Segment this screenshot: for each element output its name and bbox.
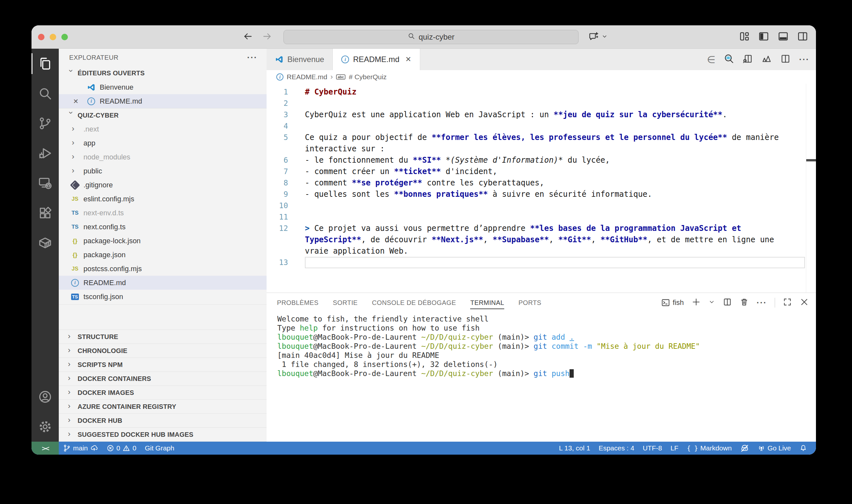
sidebar-section-header[interactable]: › SUGGESTED DOCKER HUB IMAGES <box>59 428 267 442</box>
close-panel-icon[interactable] <box>800 298 809 308</box>
account-icon[interactable] <box>32 382 59 412</box>
epsilon-icon[interactable]: ∈ <box>707 54 715 65</box>
source-control-icon[interactable] <box>32 108 59 138</box>
file-tree-item[interactable]: i README.md <box>59 276 267 290</box>
panel-tab[interactable]: SORTIE <box>333 293 358 312</box>
sidebar-section-header[interactable]: › STRUCTURE <box>59 330 267 344</box>
chevron-down-icon[interactable] <box>601 33 608 41</box>
sidebar-section-header[interactable]: › DOCKER IMAGES <box>59 386 267 400</box>
explorer-icon[interactable] <box>32 49 59 78</box>
zoom-window-button[interactable] <box>61 34 68 40</box>
cursor-position-status[interactable]: L 13, col 1 <box>555 442 595 455</box>
file-tree-item[interactable]: TS next-env.d.ts <box>59 206 267 220</box>
code-line: 12 > Ce projet va aussi vous permettre d… <box>267 223 816 234</box>
panel-tab[interactable]: PORTS <box>519 293 542 312</box>
copilot-disabled-icon[interactable] <box>736 442 753 455</box>
terminal-dropdown-icon[interactable] <box>708 299 715 307</box>
split-editor-icon[interactable] <box>780 54 791 65</box>
sidebar-section-header[interactable]: › CHRONOLOGIE <box>59 344 267 358</box>
triangles-icon[interactable] <box>761 54 772 65</box>
code-line: 2 <box>267 98 816 109</box>
file-tree-item[interactable]: › app <box>59 136 267 150</box>
command-center-search[interactable]: quiz-cyber <box>284 30 579 44</box>
code-line: interactive sur : <box>267 143 816 155</box>
react-devtools-search-icon[interactable] <box>724 54 734 65</box>
indentation-status[interactable]: Espaces : 4 <box>595 442 639 455</box>
new-terminal-icon[interactable] <box>692 298 701 308</box>
file-tree-item[interactable]: TS tsconfig.json <box>59 290 267 304</box>
search-icon[interactable] <box>32 78 59 108</box>
docker-icon[interactable] <box>32 228 59 258</box>
code-line: TypeScript**, de découvrir **Next.js**, … <box>267 234 816 246</box>
remote-explorer-icon[interactable] <box>32 168 59 198</box>
customize-layout-icon[interactable] <box>739 31 750 43</box>
file-tree-item[interactable]: JS postcss.config.mjs <box>59 262 267 276</box>
notifications-bell-icon[interactable] <box>795 442 811 455</box>
terminal-more-icon[interactable]: ··· <box>757 298 767 308</box>
sidebar-section-header[interactable]: › SCRIPTS NPM <box>59 358 267 372</box>
file-tree-item[interactable]: › node_modules <box>59 150 267 164</box>
kill-terminal-icon[interactable] <box>740 298 749 308</box>
settings-gear-icon[interactable] <box>32 412 59 442</box>
branch-status[interactable]: main <box>59 442 102 455</box>
forward-icon[interactable] <box>262 31 272 43</box>
eol-status[interactable]: LF <box>666 442 683 455</box>
maximize-panel-icon[interactable] <box>783 298 792 308</box>
breadcrumb[interactable]: i README.md › abc # CyberQuiz <box>267 70 816 84</box>
code-line: 6 - le fonctionnement du **SI** *(Systèm… <box>267 155 816 166</box>
toggle-secondary-sidebar-icon[interactable] <box>797 31 808 43</box>
vscode-logo-icon <box>275 55 284 64</box>
vscode-logo-icon <box>87 83 95 92</box>
minimize-window-button[interactable] <box>50 34 56 40</box>
line-number <box>267 143 305 155</box>
file-tree-item[interactable]: {} package-lock.json <box>59 234 267 248</box>
copilot-chat-icon[interactable] <box>589 31 599 43</box>
problems-status[interactable]: 0 0 <box>102 442 141 455</box>
terminal-output[interactable]: Welcome to fish, the friendly interactiv… <box>267 312 816 442</box>
extensions-icon[interactable] <box>32 198 59 228</box>
editor-tab[interactable]: i README.md ✕ <box>333 49 420 70</box>
toggle-panel-icon[interactable] <box>778 31 789 43</box>
close-window-button[interactable] <box>38 34 44 40</box>
panel-tab[interactable]: TERMINAL <box>470 293 504 312</box>
file-tree-item[interactable]: {} package.json <box>59 248 267 262</box>
editor-tab[interactable]: Bienvenue ✕ <box>267 49 333 70</box>
search-value: quiz-cyber <box>419 33 455 41</box>
sidebar-section-header[interactable]: › DOCKER HUB <box>59 414 267 428</box>
file-tree-item[interactable]: TS next.config.ts <box>59 220 267 234</box>
file-tree-item[interactable]: › .next <box>59 122 267 136</box>
terminal-shell-label[interactable]: fish <box>661 298 684 307</box>
git-graph-status[interactable]: Git Graph <box>141 442 179 455</box>
open-preview-side-icon[interactable] <box>743 54 753 65</box>
sidebar-section-header[interactable]: › DOCKER CONTAINERS <box>59 372 267 386</box>
line-number <box>267 234 305 246</box>
code-line: 3 CyberQuiz est une application Web en J… <box>267 109 816 121</box>
split-terminal-icon[interactable] <box>723 298 732 308</box>
close-icon[interactable]: ✕ <box>73 97 83 105</box>
explorer-more-actions-icon[interactable]: ··· <box>247 53 257 63</box>
remote-indicator[interactable]: >< <box>32 442 59 455</box>
run-debug-icon[interactable] <box>32 138 59 168</box>
panel-tab[interactable]: PROBLÈMES <box>277 293 319 312</box>
line-number: 7 <box>267 166 305 177</box>
open-editors-header[interactable]: › ÉDITEURS OUVERTS <box>59 66 267 80</box>
file-tree-item[interactable]: .gitignore <box>59 178 267 192</box>
go-live-status[interactable]: Go Live <box>753 442 795 455</box>
file-tree-item[interactable]: JS eslint.config.mjs <box>59 192 267 206</box>
close-tab-icon[interactable]: ✕ <box>405 55 411 64</box>
open-editor-item[interactable]: ✕ i README.md <box>59 94 267 108</box>
line-number: 8 <box>267 177 305 189</box>
language-mode-status[interactable]: { } Markdown <box>683 442 736 455</box>
file-tree-item[interactable]: › public <box>59 164 267 178</box>
editor[interactable]: 1 # CyberQuiz 2 3 CyberQuiz est une appl… <box>267 84 816 293</box>
open-editor-item[interactable]: ✕ Bienvenue <box>59 80 267 94</box>
chevron-right-icon: › <box>72 138 78 147</box>
encoding-status[interactable]: UTF-8 <box>638 442 666 455</box>
panel-tab[interactable]: CONSOLE DE DÉBOGAGE <box>372 293 456 312</box>
back-icon[interactable] <box>242 31 253 43</box>
project-folder-header[interactable]: › QUIZ-CYBER <box>59 108 267 122</box>
chevron-right-icon: › <box>68 359 74 368</box>
toggle-primary-sidebar-icon[interactable] <box>758 31 769 43</box>
more-actions-icon[interactable]: ··· <box>799 55 810 65</box>
sidebar-section-header[interactable]: › AZURE CONTAINER REGISTRY <box>59 400 267 414</box>
